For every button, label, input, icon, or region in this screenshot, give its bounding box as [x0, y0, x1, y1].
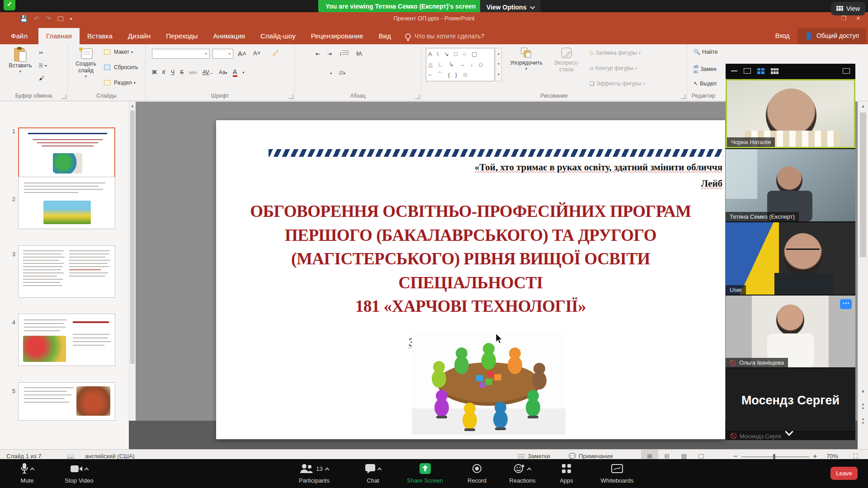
participants-button[interactable]: 13 Participants: [285, 463, 344, 484]
paste-button[interactable]: Вставить ▾: [6, 47, 34, 74]
font-dialog-launcher[interactable]: [288, 94, 293, 99]
clear-formatting-button[interactable]: 🧹: [272, 50, 279, 56]
customize-qat-icon[interactable]: ▾: [70, 16, 72, 21]
video-options-caret[interactable]: [84, 467, 89, 472]
shape-outline-button[interactable]: ▱Контур фигуры▾: [590, 65, 637, 71]
find-button[interactable]: 🔍Найти: [693, 49, 717, 55]
character-spacing-button[interactable]: AV↔: [203, 69, 213, 75]
tab-transitions[interactable]: Переходы: [158, 28, 205, 44]
tab-home[interactable]: Главная: [38, 28, 80, 44]
video-tile-5[interactable]: Мосендз Сергей: [726, 368, 855, 431]
shapes-gallery-scroll[interactable]: ▲▼▼: [495, 48, 502, 81]
tab-animations[interactable]: Анимация: [206, 28, 253, 44]
start-slideshow-icon[interactable]: 🖵: [57, 15, 64, 23]
participants-options-caret[interactable]: [325, 467, 329, 472]
select-button[interactable]: ↖Выдел: [693, 80, 717, 87]
slide-scrollbar[interactable]: ▲ ▼ ▲▲ ▼▼: [858, 102, 868, 449]
font-color-button[interactable]: А: [233, 68, 237, 77]
thumbnail-scrollbar[interactable]: ▲ ▼: [129, 102, 136, 449]
section-button[interactable]: Раздел▾: [104, 80, 136, 86]
record-button[interactable]: Record: [459, 463, 495, 484]
layout-button[interactable]: Макет▾: [104, 49, 133, 55]
font-name-combo[interactable]: [152, 49, 210, 59]
quick-access-toolbar[interactable]: 💾 ↶ ↷ 🖵 ▾: [20, 13, 72, 24]
video-tile-1[interactable]: Чорна Наталія: [726, 79, 855, 148]
reactions-button[interactable]: Reactions: [501, 463, 544, 484]
minimize-panel-icon[interactable]: [731, 70, 737, 71]
chat-button[interactable]: Chat: [355, 463, 391, 484]
replace-button[interactable]: abacЗамен: [693, 64, 717, 74]
save-icon[interactable]: 💾: [20, 15, 28, 22]
copy-button[interactable]: ⎘ ▾: [39, 62, 47, 69]
shrink-font-button[interactable]: A˅: [253, 50, 260, 56]
line-spacing-button[interactable]: ↕: [339, 51, 349, 57]
slide-canvas[interactable]: «Той, хто тримає в руках освіту, здатний…: [216, 120, 725, 439]
tell-me-box[interactable]: Что вы хотите сделать?: [399, 33, 491, 44]
text-shadow-button[interactable]: abc: [189, 70, 197, 75]
chat-options-caret[interactable]: [377, 467, 382, 472]
slide-thumbnail-1[interactable]: [18, 127, 115, 180]
view-button[interactable]: View: [831, 2, 865, 15]
increase-indent-button[interactable]: ⇥: [327, 51, 332, 57]
tile-more-button[interactable]: ⋯: [840, 299, 852, 309]
cut-button[interactable]: ✂: [39, 50, 43, 56]
shape-effects-button[interactable]: ❑Эффекты фигуры▾: [590, 80, 645, 87]
share-button[interactable]: 👤 Общий доступ: [797, 28, 866, 44]
slide-thumbnail-4[interactable]: [18, 314, 115, 366]
shape-fill-button[interactable]: ◇Заливка фигуры▾: [590, 50, 641, 56]
gallery-view-icon[interactable]: [757, 68, 764, 74]
mute-options-caret[interactable]: [30, 467, 34, 472]
redo-icon[interactable]: ↷: [46, 15, 51, 22]
leave-button[interactable]: Leave: [830, 467, 858, 480]
slide-thumbnail-5[interactable]: [18, 382, 115, 421]
text-direction-button[interactable]: ‖A: [356, 51, 362, 57]
slide-thumbnail-3[interactable]: [18, 245, 115, 298]
grid-view-icon[interactable]: [771, 68, 778, 74]
paragraph-dialog-launcher[interactable]: [415, 94, 420, 99]
tab-insert[interactable]: Вставка: [80, 28, 120, 44]
speaker-view-icon[interactable]: [744, 68, 751, 74]
new-slide-button[interactable]: Создать слайд ▾: [71, 47, 100, 79]
smartart-button[interactable]: ⎚▾: [339, 70, 345, 76]
whiteboards-button[interactable]: Whiteboards: [590, 463, 644, 484]
quick-styles-button[interactable]: Экспресс-стили: [549, 47, 584, 73]
reset-button[interactable]: Сбросить: [104, 64, 138, 70]
font-color-arrow[interactable]: ▾: [243, 70, 245, 75]
tab-view[interactable]: Вид: [371, 28, 399, 44]
previous-slide-button[interactable]: ▲▲: [858, 403, 868, 410]
restore-icon[interactable]: ❐: [841, 15, 846, 22]
video-tile-3[interactable]: User: [726, 222, 855, 295]
video-tile-4[interactable]: ⋯ 🚫 Ольга Іваніщева: [726, 296, 855, 367]
shared-screen-icon[interactable]: [843, 68, 850, 74]
share-screen-button[interactable]: Share Screen: [398, 463, 452, 484]
apps-button[interactable]: Apps: [551, 463, 582, 484]
format-painter-button[interactable]: 🖌: [39, 75, 44, 81]
tab-file[interactable]: Файл: [0, 28, 38, 44]
shapes-gallery[interactable]: A \ ↘ □ ○ ▢△ ∟ ↳ → ↓ ◇~ ⌒ { } ☆: [426, 48, 495, 81]
undo-icon[interactable]: ↶: [34, 15, 39, 22]
grow-font-button[interactable]: A˄: [238, 50, 246, 57]
strikethrough-button[interactable]: S: [180, 69, 184, 75]
video-tile-2[interactable]: Тетяна Семко (Експерт): [726, 149, 855, 221]
next-slide-button[interactable]: ▼▼: [858, 418, 868, 425]
font-size-combo[interactable]: [212, 49, 233, 59]
bold-button[interactable]: Ж: [152, 69, 157, 75]
change-case-button[interactable]: Aa▾: [219, 69, 227, 75]
italic-button[interactable]: К: [162, 69, 165, 75]
columns-button[interactable]: ▾: [330, 70, 332, 76]
reactions-options-caret[interactable]: [527, 467, 532, 472]
scroll-more-chevron-icon[interactable]: [785, 428, 793, 435]
tab-slideshow[interactable]: Слайд-шоу: [253, 28, 303, 44]
close-icon[interactable]: ✕: [856, 15, 861, 22]
underline-button[interactable]: Ч: [171, 69, 175, 75]
tab-design[interactable]: Дизайн: [120, 28, 158, 44]
clipboard-dialog-launcher[interactable]: [61, 94, 66, 99]
sign-in-button[interactable]: Вход: [767, 28, 798, 44]
arrange-button[interactable]: Упорядочить ▾: [505, 47, 547, 71]
tab-review[interactable]: Рецензирование: [303, 28, 371, 44]
stop-video-button[interactable]: Stop Video: [54, 463, 104, 484]
mute-button[interactable]: Mute: [9, 463, 45, 484]
drawing-dialog-launcher[interactable]: [681, 94, 685, 99]
slide-thumbnail-2[interactable]: [18, 177, 115, 229]
decrease-indent-button[interactable]: ⇤: [316, 51, 320, 57]
